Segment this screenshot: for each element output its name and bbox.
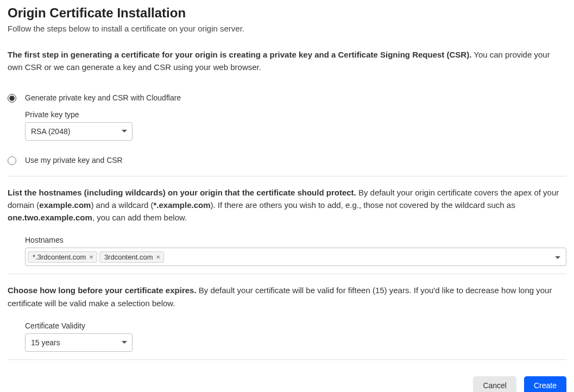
close-icon[interactable]: × — [89, 254, 93, 261]
step1-intro: The first step in generating a certifica… — [8, 48, 566, 74]
validity-label: Certificate Validity — [25, 321, 566, 330]
divider — [8, 274, 566, 274]
step2-example2: *.example.com — [153, 200, 210, 210]
step2-example3: one.two.example.com — [8, 213, 92, 222]
private-key-type-label: Private key type — [25, 110, 566, 119]
close-icon[interactable]: × — [156, 254, 160, 261]
radio-generate-input[interactable] — [8, 94, 16, 103]
divider — [8, 359, 566, 360]
radio-option-own[interactable]: Use my private key and CSR — [8, 156, 566, 165]
private-key-type-field: Private key type RSA (2048) — [25, 110, 566, 141]
step2-text-bold: List the hostnames (including wildcards)… — [8, 188, 356, 197]
step2-text-p3: ). If there are others you wish to add, … — [211, 200, 515, 210]
page-subtitle: Follow the steps below to install a cert… — [8, 24, 566, 33]
validity-select[interactable]: 15 years — [25, 333, 133, 352]
radio-own-input[interactable] — [8, 156, 16, 165]
hostnames-input[interactable]: *.3rdcontent.com × 3rdcontent.com × — [25, 248, 566, 266]
hostnames-label: Hostnames — [25, 236, 566, 244]
key-csr-radio-group: Generate private key and CSR with Cloudf… — [8, 93, 566, 165]
validity-field: Certificate Validity 15 years — [25, 321, 566, 352]
step2-text: List the hostnames (including wildcards)… — [8, 186, 566, 224]
step1-intro-bold: The first step in generating a certifica… — [8, 50, 471, 59]
radio-option-generate[interactable]: Generate private key and CSR with Cloudf… — [8, 93, 566, 103]
chevron-down-icon[interactable] — [555, 252, 560, 261]
footer-actions: Cancel Create — [8, 370, 566, 392]
step3-text: Choose how long before your certificate … — [8, 284, 566, 309]
step3-text-bold: Choose how long before your certificate … — [8, 286, 197, 295]
hostname-tag-text: *.3rdcontent.com — [33, 253, 86, 261]
radio-own-label: Use my private key and CSR — [25, 156, 123, 165]
hostnames-field: Hostnames *.3rdcontent.com × 3rdcontent.… — [25, 236, 566, 266]
hostname-tag: *.3rdcontent.com × — [28, 251, 97, 263]
private-key-type-select[interactable]: RSA (2048) — [25, 122, 133, 141]
step2-text-p2: ) and a wildcard ( — [91, 200, 153, 210]
create-button[interactable]: Create — [524, 376, 566, 392]
hostname-tag: 3rdcontent.com × — [99, 251, 164, 263]
cancel-button[interactable]: Cancel — [473, 376, 516, 392]
validity-value[interactable]: 15 years — [25, 333, 133, 352]
page-title: Origin Certificate Installation — [8, 5, 566, 21]
hostname-tag-text: 3rdcontent.com — [104, 253, 153, 261]
step2-text-p4: , you can add them below. — [92, 213, 187, 222]
radio-generate-label: Generate private key and CSR with Cloudf… — [25, 93, 181, 102]
divider — [8, 176, 566, 176]
private-key-type-value[interactable]: RSA (2048) — [25, 122, 133, 141]
step2-example1: example.com — [39, 200, 91, 210]
